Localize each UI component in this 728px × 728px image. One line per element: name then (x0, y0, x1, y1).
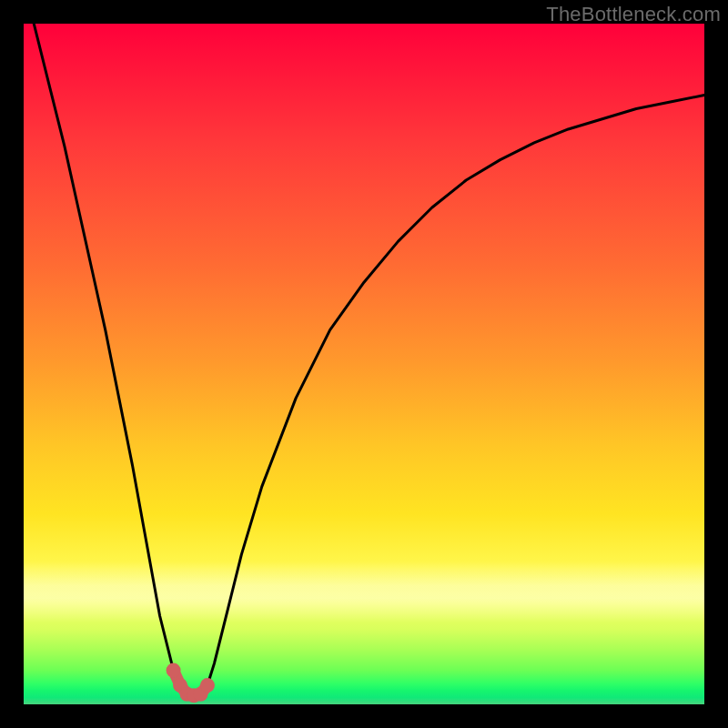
curve-group (24, 0, 704, 695)
chart-svg (24, 24, 704, 704)
optimal-range-dot (200, 678, 215, 693)
outer-frame: TheBottleneck.com (0, 0, 728, 728)
marker-group (167, 663, 215, 703)
bottleneck-curve-path (24, 0, 704, 695)
plot-area (24, 24, 704, 704)
optimal-range-dot (167, 663, 181, 678)
